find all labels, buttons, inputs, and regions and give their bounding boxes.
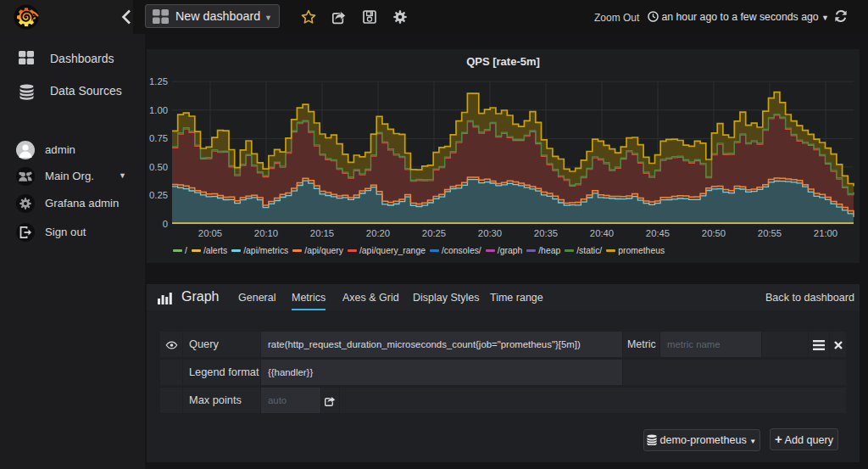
svg-text:1.00: 1.00 [149,105,168,115]
svg-text:20:20: 20:20 [366,228,390,238]
svg-text:20:30: 20:30 [478,228,502,238]
svg-text:1.25: 1.25 [149,76,168,87]
svg-text:20:55: 20:55 [758,228,782,238]
svg-text:20:05: 20:05 [198,228,222,238]
svg-text:0.25: 0.25 [149,190,168,200]
svg-text:20:25: 20:25 [422,228,446,238]
svg-text:20:45: 20:45 [646,228,670,238]
svg-text:0.50: 0.50 [149,162,168,172]
svg-text:0: 0 [163,219,168,229]
svg-text:21:00: 21:00 [814,228,837,238]
svg-text:20:40: 20:40 [590,228,614,238]
svg-text:20:35: 20:35 [534,228,558,238]
svg-text:0.75: 0.75 [149,133,168,143]
svg-text:20:10: 20:10 [254,228,278,238]
svg-text:20:15: 20:15 [310,228,334,238]
svg-text:20:50: 20:50 [702,228,726,238]
